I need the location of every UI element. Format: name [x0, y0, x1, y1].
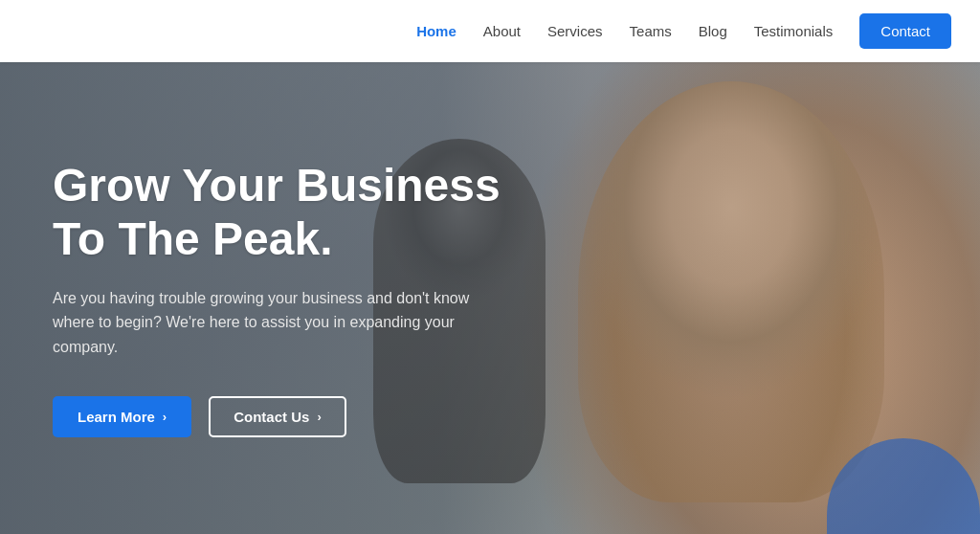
nav-home[interactable]: Home	[416, 23, 457, 39]
nav-blog[interactable]: Blog	[699, 23, 727, 39]
nav-teams[interactable]: Teams	[630, 23, 672, 39]
hero-section: Grow Your Business To The Peak. Are you …	[0, 62, 980, 534]
header: Home About Services Teams Blog Testimoni…	[0, 0, 980, 62]
nav-contact-button[interactable]: Contact	[859, 13, 951, 49]
learn-more-label: Learn More	[78, 409, 155, 425]
hero-title: Grow Your Business To The Peak.	[53, 159, 541, 264]
hero-content: Grow Your Business To The Peak. Are you …	[0, 62, 593, 534]
hero-buttons: Learn More › Contact Us ›	[53, 396, 541, 437]
contact-us-button[interactable]: Contact Us ›	[209, 396, 346, 437]
learn-more-chevron-icon: ›	[163, 410, 167, 424]
contact-us-chevron-icon: ›	[317, 410, 321, 424]
main-nav: Home About Services Teams Blog Testimoni…	[416, 13, 951, 49]
learn-more-button[interactable]: Learn More ›	[53, 396, 191, 437]
contact-us-label: Contact Us	[234, 409, 309, 425]
nav-testimonials[interactable]: Testimonials	[754, 23, 834, 39]
nav-about[interactable]: About	[483, 23, 521, 39]
hero-subtitle: Are you having trouble growing your busi…	[53, 286, 512, 360]
nav-services[interactable]: Services	[547, 23, 603, 39]
